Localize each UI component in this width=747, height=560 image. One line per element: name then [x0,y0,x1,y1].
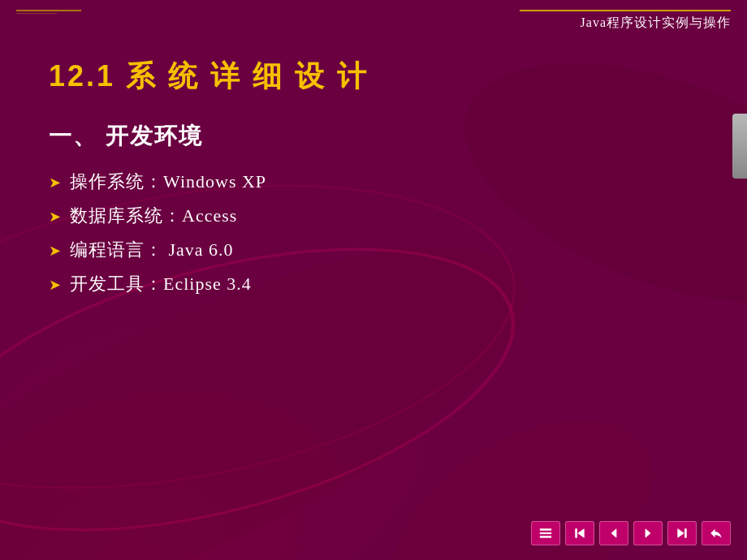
list-item: ➤ 开发工具：Eclipse 3.4 [49,272,715,296]
bullet-arrow-3: ➤ [49,242,62,260]
slide: Java程序设计实例与操作 12.1 系 统 详 细 设 计 一、 开发环境 ➤… [0,0,747,560]
nav-return-button[interactable] [702,521,731,545]
svg-marker-3 [578,529,585,538]
svg-marker-5 [611,529,616,538]
main-title: 12.1 系 统 详 细 设 计 [49,57,715,97]
bullet-text-4: 开发工具：Eclipse 3.4 [70,272,252,296]
list-item: ➤ 编程语言： Java 6.0 [49,238,715,262]
chevron-left-icon [607,526,621,541]
svg-marker-7 [678,529,684,538]
navigation-bar [531,521,731,545]
return-icon [709,526,723,541]
main-content: 12.1 系 统 详 细 设 计 一、 开发环境 ➤ 操作系统：Windows … [49,57,715,306]
nav-next-button[interactable] [633,521,663,545]
nav-prev-button[interactable] [599,521,628,545]
bullet-text-1: 操作系统：Windows XP [70,170,266,194]
svg-rect-8 [684,529,686,538]
nav-first-button[interactable] [565,521,594,545]
bullet-list: ➤ 操作系统：Windows XP ➤ 数据库系统：Access ➤ 编程语言：… [49,170,715,296]
header-line [520,10,731,11]
top-left-decoration [16,10,81,15]
bullet-text-3: 编程语言： Java 6.0 [70,238,234,262]
chevron-right-icon [641,526,655,541]
bullet-arrow-2: ➤ [49,208,62,226]
svg-rect-1 [540,532,551,534]
header: Java程序设计实例与操作 [503,0,747,38]
svg-marker-6 [646,529,650,538]
bullet-text-2: 数据库系统：Access [70,204,237,228]
section-title: 一、 开发环境 [49,121,715,152]
nav-last-button[interactable] [667,521,697,545]
svg-rect-2 [540,536,551,538]
header-title: Java程序设计实例与操作 [581,15,731,29]
list-item: ➤ 操作系统：Windows XP [49,170,715,194]
svg-rect-0 [540,529,551,531]
nav-menu-button[interactable] [531,521,560,545]
skip-forward-icon [675,526,689,541]
skip-back-icon [572,526,587,541]
right-tab-decoration [732,114,747,179]
svg-rect-4 [576,529,577,538]
menu-icon [538,526,553,541]
bullet-arrow-1: ➤ [49,174,62,192]
bullet-arrow-4: ➤ [49,276,62,294]
list-item: ➤ 数据库系统：Access [49,204,715,228]
